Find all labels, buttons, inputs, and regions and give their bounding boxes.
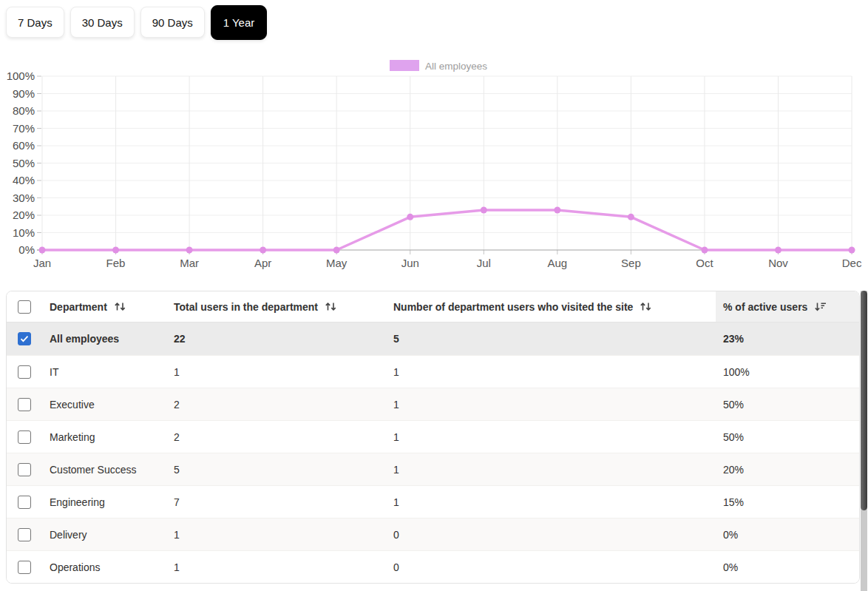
y-axis-tick-label: 40% <box>13 174 35 186</box>
row-select-cell <box>7 388 42 420</box>
chart-axis-labels: 0%10%20%30%40%50%60%70%80%90%100%JanFebM… <box>7 70 862 269</box>
row-checkbox[interactable] <box>18 398 31 411</box>
column-header-number-of-department-users-who-visited-the-site[interactable]: Number of department users who visited t… <box>386 291 716 322</box>
total-users-cell: 1 <box>166 551 386 583</box>
active-percent-cell: 15% <box>716 486 859 518</box>
visited-users-cell: 1 <box>386 388 716 420</box>
departments-table: DepartmentTotal users in the departmentN… <box>6 291 860 584</box>
table-row-it[interactable]: IT11100% <box>7 355 859 388</box>
row-checkbox[interactable] <box>18 496 31 509</box>
x-axis-tick-label: Apr <box>254 257 271 269</box>
active-percent-cell: 50% <box>716 421 859 453</box>
time-filter-90-days[interactable]: 90 Days <box>140 7 205 38</box>
column-header-label: Total users in the department <box>174 301 318 313</box>
table-row-executive[interactable]: Executive2150% <box>7 388 859 420</box>
department-cell: Customer Success <box>42 453 166 485</box>
data-point <box>849 247 855 254</box>
x-axis-tick-label: Nov <box>768 257 788 269</box>
total-users-cell: 2 <box>166 421 386 453</box>
data-point <box>554 206 560 213</box>
x-axis-tick-label: Jul <box>477 257 491 269</box>
department-cell: Executive <box>42 388 166 420</box>
visited-users-cell: 5 <box>386 322 716 355</box>
total-users-cell: 2 <box>166 388 386 420</box>
row-select-cell <box>7 551 42 583</box>
visited-users-cell: 1 <box>386 356 716 388</box>
visited-users-cell: 1 <box>386 421 716 453</box>
visited-users-cell: 0 <box>386 519 716 550</box>
data-point <box>333 247 340 254</box>
y-axis-tick-label: 60% <box>13 139 35 152</box>
data-point <box>775 247 781 254</box>
active-percent-cell: 50% <box>716 388 859 420</box>
table-row-operations[interactable]: Operations100% <box>7 550 859 583</box>
x-axis-tick-label: Oct <box>696 257 713 269</box>
active-percent-cell: 0% <box>716 551 859 583</box>
column-header-department[interactable]: Department <box>42 291 166 322</box>
total-users-cell: 1 <box>166 519 386 550</box>
x-axis-tick-label: Dec <box>842 257 862 269</box>
column-header-label: Department <box>50 301 107 313</box>
sort-updown-icon <box>640 301 652 312</box>
y-axis-tick-label: 10% <box>13 226 35 239</box>
column-header-of-active-users[interactable]: % of active users <box>716 291 859 322</box>
select-all-checkbox[interactable] <box>18 300 31 314</box>
scrollbar-thumb[interactable] <box>861 291 867 510</box>
y-axis-tick-label: 90% <box>13 87 35 100</box>
row-select-cell <box>7 453 42 485</box>
table-row-engineering[interactable]: Engineering7115% <box>7 485 859 518</box>
row-select-cell <box>7 519 42 550</box>
x-axis-tick-label: Jun <box>401 257 419 269</box>
department-cell: All employees <box>42 322 166 355</box>
select-all-cell <box>7 291 42 322</box>
chart-legend: All employees <box>390 60 487 72</box>
active-percent-cell: 20% <box>716 453 859 485</box>
data-point <box>407 214 413 220</box>
row-checkbox-checked[interactable] <box>18 332 31 345</box>
time-filter-1-year[interactable]: 1 Year <box>211 5 268 40</box>
x-axis-tick-label: Feb <box>106 257 126 269</box>
row-select-cell <box>7 486 42 518</box>
table-row-delivery[interactable]: Delivery100% <box>7 518 859 550</box>
total-users-cell: 7 <box>166 486 386 518</box>
chart-gridlines <box>37 76 852 254</box>
row-select-cell <box>7 421 42 453</box>
sort-updown-icon <box>325 301 337 312</box>
checkmark-icon <box>20 335 29 342</box>
time-filter-7-days[interactable]: 7 Days <box>6 7 64 38</box>
active-users-chart: 0%10%20%30%40%50%60%70%80%90%100%JanFebM… <box>0 52 868 274</box>
table-row-all-employees[interactable]: All employees22523% <box>7 322 859 355</box>
column-header-total-users-in-the-department[interactable]: Total users in the department <box>166 291 386 322</box>
row-checkbox[interactable] <box>18 463 31 476</box>
site-usage-analytics-page: 7 Days30 Days90 Days1 Year 0%10%20%30%40… <box>0 0 868 591</box>
row-checkbox[interactable] <box>18 365 31 379</box>
y-axis-tick-label: 100% <box>7 70 35 82</box>
department-cell: Engineering <box>42 486 166 518</box>
data-point <box>481 206 487 213</box>
data-point <box>39 247 46 254</box>
table-row-customer-success[interactable]: Customer Success5120% <box>7 453 859 485</box>
time-filter-30-days[interactable]: 30 Days <box>70 7 135 38</box>
active-percent-cell: 100% <box>716 356 859 388</box>
column-header-label: Number of department users who visited t… <box>393 301 633 313</box>
y-axis-tick-label: 30% <box>13 192 35 204</box>
visited-users-cell: 1 <box>386 453 716 485</box>
table-row-marketing[interactable]: Marketing2150% <box>7 420 859 453</box>
active-percent-cell: 0% <box>716 519 859 550</box>
row-select-cell <box>7 356 42 388</box>
data-point <box>701 247 708 254</box>
sort-updown-icon <box>114 301 126 312</box>
column-header-label: % of active users <box>723 301 807 313</box>
y-axis-tick-label: 50% <box>13 157 35 169</box>
x-axis-tick-label: Aug <box>547 257 567 269</box>
x-axis-tick-label: Sep <box>621 257 641 269</box>
vertical-scrollbar[interactable] <box>861 291 867 591</box>
row-checkbox[interactable] <box>18 561 31 574</box>
row-checkbox[interactable] <box>18 430 31 444</box>
data-point <box>112 247 119 254</box>
x-axis-tick-label: Mar <box>180 257 199 269</box>
row-checkbox[interactable] <box>18 528 31 541</box>
active-percent-cell: 23% <box>716 322 859 355</box>
data-point <box>260 247 266 254</box>
data-point <box>628 214 634 220</box>
